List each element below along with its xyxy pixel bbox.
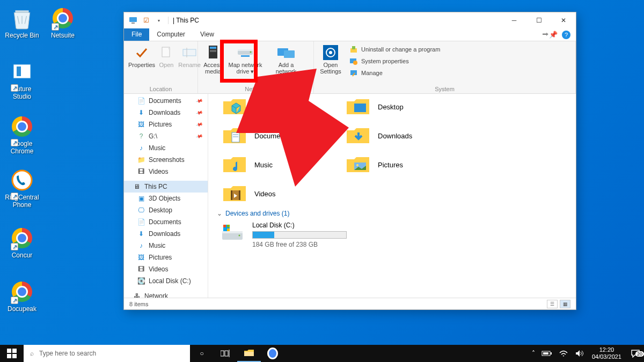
desktop-icon-label: Netsuite xyxy=(44,32,82,39)
shortcut-overlay-icon: ↗ xyxy=(11,84,18,92)
search-box[interactable]: ⌕ Type here to search xyxy=(24,345,190,362)
section-devices-drives[interactable]: Devices and drives (1) xyxy=(214,206,570,218)
tray-clock[interactable]: 12:20 04/03/2021 xyxy=(587,346,627,360)
nav-item-local-disk[interactable]: 💽Local Disk (C:) xyxy=(124,275,208,287)
desktop-icon-google-chrome[interactable]: ↗ Google Chrome xyxy=(3,114,41,155)
open-settings-button[interactable]: Open Settings xyxy=(318,43,343,85)
desktop-icon-docupeak[interactable]: ↗ Docupeak xyxy=(3,279,41,313)
maximize-button[interactable]: ☐ xyxy=(526,12,551,28)
download-icon: ⬇ xyxy=(137,108,145,117)
ribbon: Properties Open Rename Location Access m… xyxy=(124,41,576,94)
titlebar[interactable]: ☑ ▾ | This PC ─ ☐ ✕ xyxy=(124,12,576,28)
download-icon: ⬇ xyxy=(137,230,145,238)
taskbar-app-chrome[interactable] xyxy=(261,345,284,362)
desktop-icon-netsuite[interactable]: ↗ Netsuite xyxy=(44,5,82,39)
close-button[interactable]: ✕ xyxy=(551,12,576,28)
cortana-button[interactable]: ○ xyxy=(190,345,214,362)
nav-item-music2[interactable]: ♪Music xyxy=(124,240,208,252)
view-large-icons-icon[interactable]: ▦ xyxy=(560,300,570,308)
folder-icon xyxy=(346,154,370,175)
nav-item-videos2[interactable]: 🎞Videos xyxy=(124,263,208,275)
tray-volume-icon[interactable] xyxy=(572,350,587,357)
desktop-icon-label: Google Chrome xyxy=(3,140,41,155)
drive-local-c[interactable]: Local Disk (C:) 184 GB free of 238 GB xyxy=(214,218,570,248)
minimize-button[interactable]: ─ xyxy=(502,12,526,28)
video-icon: 🎞 xyxy=(137,167,145,176)
status-item-count: 8 items xyxy=(129,301,148,307)
tray-wifi-icon[interactable] xyxy=(555,350,572,357)
svg-rect-37 xyxy=(222,231,243,233)
uninstall-program-button[interactable]: Uninstall or change a program xyxy=(347,45,442,54)
nav-item-gdrive[interactable]: ?G:\ xyxy=(124,130,208,142)
help-icon[interactable]: ? xyxy=(562,31,570,39)
tray-battery-icon[interactable] xyxy=(538,350,555,357)
view-details-icon[interactable]: ☰ xyxy=(547,300,558,308)
desktop-icon-concur[interactable]: ↗ Concur xyxy=(3,225,41,259)
svg-rect-27 xyxy=(354,104,366,112)
content-pane[interactable]: 3D Objects Desktop Documents Downloads M… xyxy=(208,94,576,298)
folder-icon xyxy=(346,125,370,146)
nav-item-screenshots[interactable]: 📁Screenshots xyxy=(124,154,208,166)
nav-item-music[interactable]: ♪Music xyxy=(124,142,208,154)
nav-item-documents[interactable]: 📄Documents xyxy=(124,95,208,107)
folder-documents[interactable]: Documents xyxy=(220,123,327,149)
desktop-icon-label: Concur xyxy=(3,252,41,259)
folder-videos[interactable]: Videos xyxy=(220,181,327,206)
nav-item-pictures2[interactable]: 🖼Pictures xyxy=(124,252,208,263)
svg-rect-50 xyxy=(225,351,228,356)
svg-rect-54 xyxy=(543,352,548,354)
nav-item-desktop[interactable]: 🖵Desktop xyxy=(124,204,208,216)
tab-file[interactable]: File xyxy=(124,28,149,41)
folder-3d-objects[interactable]: 3D Objects xyxy=(220,94,327,120)
navigation-pane[interactable]: 📄Documents ⬇Downloads 🖼Pictures ?G:\ ♪Mu… xyxy=(124,94,208,298)
tray-overflow-button[interactable]: ˄ xyxy=(529,350,538,357)
3d-icon: ▣ xyxy=(137,194,145,203)
nav-item-downloads2[interactable]: ⬇Downloads xyxy=(124,228,208,240)
desktop-icon-future-studio[interactable]: ↗ Future Studio xyxy=(3,59,41,100)
svg-point-15 xyxy=(250,51,252,53)
svg-rect-18 xyxy=(284,50,295,58)
uninstall-icon xyxy=(349,45,358,54)
nav-item-this-pc[interactable]: 🖥This PC xyxy=(124,181,208,193)
folder-icon xyxy=(222,183,247,204)
nav-item-documents2[interactable]: 📄Documents xyxy=(124,216,208,228)
svg-rect-34 xyxy=(231,190,232,200)
ribbon-tabs: File Computer View ⮕📌 ? xyxy=(124,28,576,41)
nav-item-pictures[interactable]: 🖼Pictures xyxy=(124,119,208,130)
tab-view[interactable]: View xyxy=(193,28,222,41)
map-network-drive-button[interactable]: Map network drive ▾ xyxy=(226,43,265,85)
properties-button[interactable]: Properties xyxy=(128,43,155,85)
window-title: This PC xyxy=(176,17,199,24)
manage-button[interactable]: Manage xyxy=(347,68,442,78)
add-network-location-button[interactable]: Add a network location xyxy=(267,43,305,85)
tray-notifications-button[interactable]: 20 xyxy=(627,349,644,358)
shortcut-overlay-icon: ↗ xyxy=(11,243,18,250)
folder-pictures[interactable]: Pictures xyxy=(343,152,451,178)
svg-point-38 xyxy=(239,235,240,237)
start-button[interactable] xyxy=(0,345,24,362)
desktop-icon-recycle-bin[interactable]: Recycle Bin xyxy=(3,5,41,39)
qat-properties-icon[interactable]: ☑ xyxy=(141,16,151,25)
taskbar-app-file-explorer[interactable] xyxy=(237,345,261,362)
tab-computer[interactable]: Computer xyxy=(149,28,193,41)
drive-free-text: 184 GB free of 238 GB xyxy=(252,241,347,248)
system-properties-button[interactable]: System properties xyxy=(347,56,442,66)
disk-icon: 💽 xyxy=(137,277,145,285)
nav-item-downloads[interactable]: ⬇Downloads xyxy=(124,107,208,119)
music-icon: ♪ xyxy=(137,241,145,250)
folder-downloads[interactable]: Downloads xyxy=(343,123,451,149)
disk-icon xyxy=(220,221,245,244)
nav-item-network[interactable]: 🖧Network xyxy=(124,290,208,298)
nav-item-videos[interactable]: 🎞Videos xyxy=(124,166,208,178)
svg-rect-45 xyxy=(7,349,11,353)
desktop-icon-ringcentral[interactable]: ↗ RingCentral Phone xyxy=(3,167,41,209)
folder-desktop[interactable]: Desktop xyxy=(343,94,451,120)
nav-item-3d-objects[interactable]: ▣3D Objects xyxy=(124,193,208,204)
access-media-button[interactable]: Access media xyxy=(202,43,224,85)
qat-dropdown-icon[interactable]: ▾ xyxy=(154,16,164,25)
minimize-ribbon-icon[interactable]: ⮕📌 xyxy=(542,31,558,39)
svg-rect-7 xyxy=(162,47,170,57)
folder-music[interactable]: Music xyxy=(220,152,327,178)
task-view-button[interactable] xyxy=(214,345,237,362)
video-icon: 🎞 xyxy=(137,265,145,274)
